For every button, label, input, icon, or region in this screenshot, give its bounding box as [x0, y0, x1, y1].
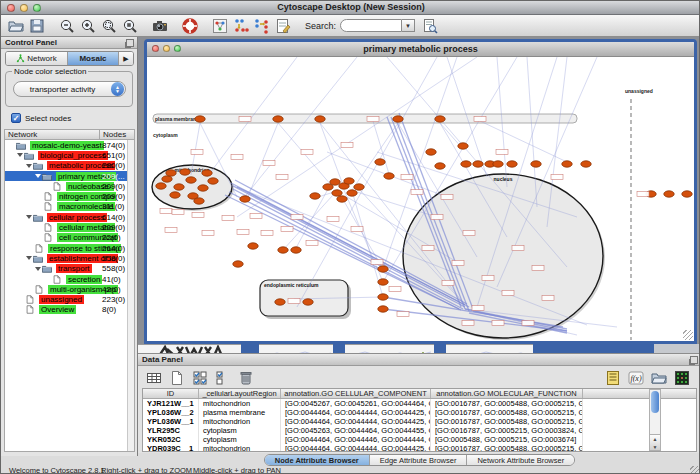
svg-text:plasma membrane: plasma membrane — [155, 116, 199, 122]
tree-item-unassigned[interactable]: unassigned223(0) — [5, 294, 134, 304]
tree-item-macromolecule[interactable]: macromolecule311(0) — [5, 202, 134, 212]
svg-text:unassigned: unassigned — [625, 88, 653, 94]
scrollbar-thumb[interactable] — [651, 391, 659, 413]
cell: [GO:0044464, GO:0044446, GO:0044444, G..… — [281, 435, 431, 444]
search-input[interactable] — [340, 19, 402, 32]
network-view-window[interactable]: primary metabolic process plasma membran… — [144, 39, 697, 344]
detach-icon[interactable] — [126, 39, 134, 47]
tree-item-cell-communicat[interactable]: cell communicat22(0) — [5, 233, 134, 243]
tree-item-nitrogen-compo[interactable]: nitrogen compo209(0) — [5, 191, 134, 201]
table-row[interactable]: YPL036W__2plasma membrane[GO:0044464, GO… — [143, 408, 696, 417]
cell: [GO:0044464, GO:0044444, GO:0044425, G..… — [281, 408, 431, 417]
tree-item-node-count: 651(0) — [102, 151, 125, 160]
table-row[interactable]: YLR295Ccytoplasm[GO:0045263, GO:0044464,… — [143, 426, 696, 435]
tab-node-attribute-browser[interactable]: Node Attribute Browser — [265, 455, 370, 465]
resize-grip-icon[interactable] — [683, 330, 693, 340]
tree-item-secretion[interactable]: secretion41(0) — [5, 274, 134, 284]
background-window-edge[interactable] — [345, 344, 434, 353]
search-config-icon[interactable] — [421, 17, 439, 35]
tree-item-node-count: 42(0) — [102, 285, 121, 294]
attribute-table-icon[interactable] — [144, 369, 164, 387]
node-color-dropdown[interactable]: transporter activity ▲▼ — [13, 81, 126, 97]
tree-item-metabolic-process[interactable]: metabolic process280(0) — [5, 161, 134, 171]
tree-item-mosaic-demo-yeast[interactable]: mosaic-demo-yeast874(0) — [5, 140, 134, 150]
titlebar: Cytoscape Desktop (New Session) — [1, 1, 700, 15]
tree-item-nucleobase-[interactable]: nucleobase-209(0) — [5, 181, 134, 191]
column-header-2[interactable]: annotation.GO CELLULAR_COMPONENT — [281, 389, 431, 398]
tree-item-establishment-of-lo[interactable]: establishment of lo558(0) — [5, 253, 134, 263]
cell: YDR039C__1 — [143, 444, 199, 452]
table-row[interactable]: YKR052Ccytoplasm[GO:0044464, GO:0044446,… — [143, 435, 696, 444]
tree-item-node-count: 209(... — [102, 172, 125, 181]
table-row[interactable]: YDR039C__1mitochondrion[GO:0044464, GO:0… — [143, 444, 696, 452]
annotation-icon[interactable] — [274, 17, 292, 35]
tree-scrollbar[interactable] — [127, 140, 134, 451]
select-nodes-checkbox[interactable]: ✓ — [11, 113, 21, 123]
attribute-table-header[interactable]: ID_cellularLayoutRegionannotation.GO CEL… — [143, 389, 696, 399]
snapshot-icon[interactable] — [151, 17, 169, 35]
tree-item-node-count: 311(0) — [102, 202, 125, 211]
network-graph[interactable]: plasma membranemitochondrionnucleusendop… — [147, 57, 694, 341]
tab-network[interactable]: Network — [6, 52, 68, 65]
tree-item-response-to-stimulu[interactable]: response to stimulu264(0) — [5, 243, 134, 253]
tree-item-transport[interactable]: transport558(0) — [5, 264, 134, 274]
search-dropdown-arrow[interactable]: ▼ — [402, 19, 415, 32]
column-header-3[interactable]: annotation.GO MOLECULAR_FUNCTION — [431, 389, 583, 398]
attribute-list-icon[interactable] — [603, 369, 623, 387]
select-attributes-icon[interactable] — [190, 369, 210, 387]
expand-arrow-icon[interactable] — [26, 215, 32, 219]
open-session-icon[interactable] — [7, 17, 25, 35]
layout-2-icon[interactable] — [253, 17, 271, 35]
layout-1-icon[interactable] — [232, 17, 250, 35]
tree-item-node-count: 209(0) — [102, 182, 125, 191]
expand-arrow-icon[interactable] — [35, 267, 41, 271]
network-window-titlebar[interactable]: primary metabolic process — [147, 42, 694, 57]
import-attributes-icon[interactable] — [649, 369, 669, 387]
zoom-fit-icon[interactable] — [100, 17, 118, 35]
background-window-edge[interactable] — [446, 344, 533, 353]
tree-item-node-count: 558(0) — [102, 264, 125, 273]
file-icon — [52, 275, 64, 284]
expand-arrow-icon[interactable] — [26, 256, 32, 260]
tree-item-overview[interactable]: Overview8(0) — [5, 305, 134, 315]
network-overview-icon[interactable] — [211, 17, 229, 35]
tree-item-node-count: 8(0) — [102, 305, 116, 314]
folder-icon — [24, 151, 36, 160]
tab-mosaic[interactable]: Mosaic — [68, 52, 119, 65]
tree-item-cellular-process[interactable]: cellular process614(0) — [5, 212, 134, 222]
help-icon[interactable] — [181, 17, 199, 35]
tab-overflow-arrow[interactable]: ▶ — [119, 52, 133, 65]
new-attribute-icon[interactable] — [167, 369, 187, 387]
tab-edge-attribute-browser[interactable]: Edge Attribute Browser — [370, 455, 468, 465]
tree-item-label: secretion — [66, 275, 102, 284]
data-panel-toolbar: f(x) — [144, 368, 695, 388]
unselect-attributes-icon[interactable] — [213, 369, 233, 387]
function-builder-icon[interactable]: f(x) — [626, 369, 646, 387]
zoom-selected-icon[interactable] — [121, 17, 139, 35]
table-row[interactable]: YJR121W__1mitochondrion[GO:0045267, GO:0… — [143, 399, 696, 408]
expand-arrow-icon[interactable] — [35, 174, 41, 178]
column-header-0[interactable]: ID — [143, 389, 199, 398]
window-resize-grip[interactable] — [690, 466, 699, 474]
zoom-in-icon[interactable] — [79, 17, 97, 35]
cell-filler — [583, 408, 696, 417]
network-canvas[interactable]: plasma membranemitochondrionnucleusendop… — [147, 57, 694, 341]
tree-item-biological-process[interactable]: biological_process651(0) — [5, 150, 134, 160]
save-session-icon[interactable] — [28, 17, 46, 35]
expand-arrow-icon[interactable] — [17, 153, 23, 157]
zoom-out-icon[interactable] — [58, 17, 76, 35]
tree-item-multi-organism-pro[interactable]: multi-organism pro42(0) — [5, 284, 134, 294]
status-pan-hint: Middle-click + drag to PAN — [193, 466, 281, 474]
scrollbar-arrows[interactable]: ▲▼ — [650, 434, 660, 450]
delete-attribute-icon[interactable] — [236, 369, 256, 387]
column-header-1[interactable]: _cellularLayoutRegion — [199, 389, 281, 398]
expand-arrow-icon[interactable] — [26, 164, 32, 168]
matrix-view-icon[interactable] — [672, 369, 692, 387]
background-window-edge[interactable] — [259, 344, 333, 353]
tree-item-cellular-metabo[interactable]: cellular metabo209(0) — [5, 222, 134, 232]
tab-network-attribute-browser[interactable]: Network Attribute Browser — [467, 455, 574, 465]
detach-icon[interactable] — [690, 356, 698, 364]
tree-item-primary-metabo[interactable]: primary metabo209(... — [5, 171, 134, 181]
table-row[interactable]: YPL036W__1mitochondrion[GO:0044464, GO:0… — [143, 417, 696, 426]
table-scrollbar[interactable]: ▲▼ — [649, 389, 661, 451]
